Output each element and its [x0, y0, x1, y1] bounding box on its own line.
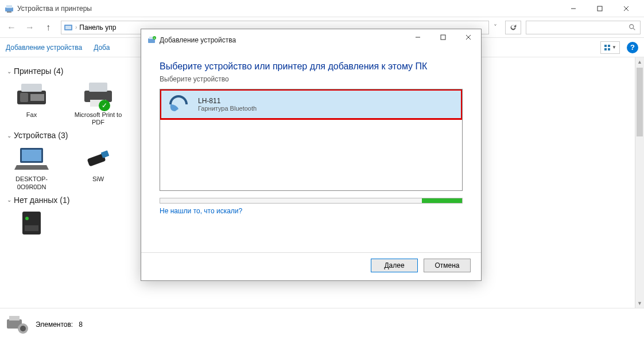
breadcrumb-seg[interactable]: Панель упр [79, 24, 116, 32]
svg-point-9 [630, 24, 634, 28]
progress-bar [160, 198, 463, 204]
scrollbar[interactable]: ▲ ▼ [635, 57, 644, 308]
chevron-down-icon: ⌄ [7, 68, 11, 75]
svg-rect-8 [65, 26, 71, 29]
control-panel-icon [64, 23, 73, 32]
dialog-maximize-button[interactable] [430, 29, 456, 45]
search-icon [629, 24, 637, 32]
device-item-siw[interactable]: SiW [73, 143, 123, 190]
titlebar: Устройства и принтеры [0, 0, 644, 17]
progress-fill [422, 198, 462, 203]
dialog-heading: Выберите устройство или принтер для доба… [160, 61, 463, 72]
chevron-down-icon: ⌄ [7, 132, 11, 139]
group-label: Устройства [14, 131, 56, 140]
device-item-unknown[interactable] [7, 208, 56, 238]
devices-printers-icon [5, 4, 14, 13]
chevron-right-icon: › [75, 24, 77, 30]
svg-rect-16 [21, 84, 42, 92]
device-list: LH-811 Гарнитура Bluetooth [160, 89, 463, 191]
svg-point-32 [20, 326, 26, 331]
svg-line-10 [633, 28, 635, 30]
svg-rect-11 [604, 45, 607, 47]
group-count: (4) [53, 67, 63, 76]
add-device-cmd[interactable]: Добавление устройства [6, 44, 82, 52]
refresh-button[interactable] [505, 21, 521, 34]
search-input[interactable] [526, 21, 641, 34]
device-name: LH-811 [198, 97, 257, 105]
item-label: SiW [92, 175, 104, 183]
dialog-minimize-button[interactable] [405, 29, 430, 45]
statusbar: Элементов: 8 [0, 308, 644, 340]
add-device-icon: + [147, 36, 156, 45]
group-label: Нет данных [14, 196, 57, 205]
device-type: Гарнитура Bluetooth [198, 105, 257, 112]
forward-button[interactable]: → [22, 19, 38, 36]
svg-rect-34 [441, 35, 445, 40]
svg-rect-28 [25, 225, 38, 231]
printer-icon [81, 79, 115, 109]
usb-device-icon [81, 143, 115, 173]
bluetooth-headset-icon [167, 94, 191, 115]
add-printer-cmd[interactable]: Доба [94, 44, 110, 52]
cancel-button[interactable]: Отмена [424, 259, 471, 272]
laptop-icon [14, 143, 49, 173]
svg-rect-18 [30, 94, 44, 101]
item-label: DESKTOP-0O9R0DN [7, 175, 56, 190]
svg-rect-12 [608, 45, 610, 47]
device-item-desktop[interactable]: DESKTOP-0O9R0DN [7, 143, 56, 190]
not-found-link[interactable]: Не нашли то, что искали? [160, 207, 242, 215]
item-label: Fax [26, 111, 37, 119]
status-label: Элементов: [36, 321, 73, 329]
svg-rect-2 [7, 11, 11, 13]
scroll-down-icon[interactable]: ▼ [635, 299, 644, 308]
close-button[interactable] [613, 0, 639, 17]
fax-icon [14, 79, 49, 109]
svg-rect-1 [6, 5, 12, 8]
scroll-thumb[interactable] [637, 68, 643, 136]
dialog-subheading: Выберите устройство [160, 75, 463, 83]
dialog-title: Добавление устройства [160, 36, 236, 44]
help-button[interactable]: ? [627, 42, 638, 53]
device-list-item[interactable]: LH-811 Гарнитура Bluetooth [160, 89, 463, 120]
chevron-down-icon: ▼ [612, 45, 616, 50]
svg-rect-17 [20, 93, 28, 102]
svg-text:+: + [154, 36, 156, 40]
svg-rect-13 [604, 48, 607, 50]
dialog-separator [141, 252, 481, 253]
window-title: Устройства и принтеры [17, 5, 560, 13]
group-label: Принтеры [14, 67, 51, 76]
next-button[interactable]: Далее [371, 259, 418, 272]
add-device-dialog: + Добавление устройства Выберите устройс… [141, 29, 482, 281]
minimize-button[interactable] [560, 0, 587, 17]
up-button[interactable]: ↑ [40, 19, 56, 36]
status-count: 8 [79, 321, 83, 329]
device-item-fax[interactable]: Fax [7, 79, 56, 126]
device-item-mspdf[interactable]: ✓ Microsoft Print to PDF [73, 79, 123, 126]
devices-icon [6, 314, 30, 335]
maximize-button[interactable] [587, 0, 613, 17]
back-button[interactable]: ← [3, 19, 20, 36]
group-count: (3) [58, 131, 68, 140]
svg-rect-30 [9, 316, 20, 321]
dialog-close-button[interactable] [456, 29, 481, 45]
scroll-up-icon[interactable]: ▲ [635, 57, 644, 67]
svg-rect-14 [608, 48, 610, 50]
breadcrumb-dropdown[interactable]: ˅ [494, 24, 503, 32]
chevron-down-icon: ⌄ [7, 197, 11, 203]
svg-rect-4 [598, 6, 602, 11]
group-count: (1) [60, 196, 69, 205]
view-button[interactable]: ▼ [600, 41, 620, 54]
item-label: Microsoft Print to PDF [73, 111, 123, 126]
checkmark-icon: ✓ [99, 100, 110, 111]
svg-rect-0 [5, 7, 13, 11]
svg-rect-20 [89, 83, 107, 92]
svg-rect-23 [22, 150, 41, 161]
unknown-device-icon [14, 208, 49, 238]
svg-point-27 [25, 217, 29, 220]
